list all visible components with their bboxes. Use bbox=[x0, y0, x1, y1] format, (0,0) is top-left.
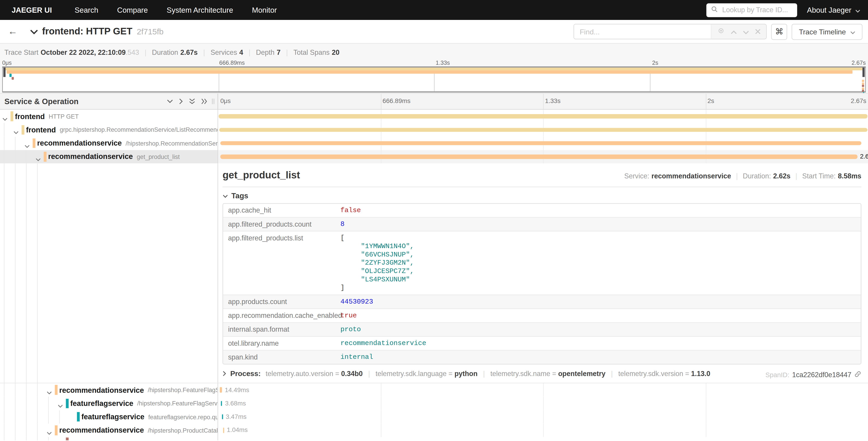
span-timeline-cell[interactable] bbox=[218, 437, 868, 440]
summary-separator: | bbox=[286, 49, 288, 56]
about-jaeger-menu[interactable]: About Jaeger bbox=[807, 6, 860, 14]
tag-value-text: 44530923 bbox=[341, 298, 373, 305]
tag-row-app-recommendation-cache-enabled[interactable]: app.recommendation.cache_enabledtrue bbox=[223, 309, 861, 323]
span-toggle-chevron-icon[interactable] bbox=[2, 114, 8, 123]
trace-view-selector[interactable]: Trace Timeline bbox=[792, 24, 863, 40]
tags-section-toggle[interactable]: Tags bbox=[222, 192, 861, 200]
span-duration-bar[interactable] bbox=[219, 128, 868, 132]
span-tree-cell[interactable] bbox=[0, 437, 218, 440]
trace-lookup-box[interactable] bbox=[706, 3, 797, 17]
span-duration-bar[interactable] bbox=[222, 414, 223, 419]
span-tree-cell[interactable]: recommendationserviceget_product_list bbox=[0, 150, 218, 163]
find-input[interactable] bbox=[574, 25, 711, 39]
brand-jaeger-ui[interactable]: JAEGER UI bbox=[11, 6, 52, 14]
span-timeline-cell[interactable] bbox=[218, 110, 868, 123]
nav-link-system-architecture[interactable]: System Architecture bbox=[157, 0, 243, 20]
span-timeline-cell[interactable]: 3.47ms bbox=[218, 410, 868, 423]
span-rows-bottom: recommendationservice/hipstershop.Featur… bbox=[0, 383, 868, 440]
service-color-bar bbox=[22, 125, 24, 135]
tag-row-internal-span-format[interactable]: internal.span.formatproto bbox=[223, 323, 861, 336]
find-next-icon[interactable] bbox=[743, 27, 749, 36]
minimap-left-handle[interactable] bbox=[3, 67, 6, 77]
summary-depth: Depth7 bbox=[256, 49, 280, 56]
span-row-recommendationservice-3[interactable]: recommendationserviceget_product_list2.6… bbox=[0, 150, 868, 163]
span-row-recommendationservice-2[interactable]: recommendationservice/hipstershop.Recomm… bbox=[0, 137, 868, 150]
span-toggle-chevron-icon[interactable] bbox=[25, 140, 30, 150]
tag-key: app.products.count bbox=[223, 295, 336, 308]
span-tree-cell[interactable]: frontendgrpc.hipstershop.RecommendationS… bbox=[0, 123, 218, 137]
tag-row-span-kind[interactable]: span.kindinternal bbox=[223, 351, 861, 364]
minimap-right-handle[interactable] bbox=[863, 67, 865, 77]
column-resize-grip[interactable] bbox=[212, 98, 214, 104]
span-row-frontend-0[interactable]: frontendHTTP GET bbox=[0, 110, 868, 123]
back-arrow-button[interactable]: ← bbox=[5, 26, 20, 37]
span-timeline-cell[interactable]: 3.68ms bbox=[218, 396, 868, 410]
span-duration-bar[interactable] bbox=[221, 401, 222, 406]
span-tree-cell[interactable]: featureflagservice/hipstershop.FeatureFl… bbox=[0, 396, 218, 410]
locate-icon[interactable] bbox=[717, 27, 724, 36]
span-row-partial[interactable] bbox=[0, 437, 868, 440]
span-tree-cell[interactable]: featureflagservicefeatureflagservice.rep… bbox=[0, 410, 218, 423]
nav-link-monitor[interactable]: Monitor bbox=[243, 0, 286, 20]
span-row-featureflagservice-5[interactable]: featureflagservice/hipstershop.FeatureFl… bbox=[0, 396, 868, 410]
span-duration-bar[interactable] bbox=[219, 114, 867, 118]
span-timeline-cell[interactable] bbox=[218, 123, 868, 137]
collapse-trace-chevron-icon[interactable] bbox=[30, 29, 38, 34]
span-tree-cell[interactable]: recommendationservice/hipstershop.Featur… bbox=[0, 383, 218, 396]
expand-one-icon[interactable] bbox=[179, 98, 183, 105]
expand-all-icon[interactable] bbox=[201, 98, 208, 105]
tag-row-app-products-count[interactable]: app.products.count44530923 bbox=[223, 295, 861, 309]
tag-row-app-cache-hit[interactable]: app.cache_hitfalse bbox=[223, 204, 861, 217]
collapse-all-icon[interactable] bbox=[189, 98, 195, 105]
span-timeline-cell[interactable] bbox=[218, 137, 868, 150]
span-duration-bar[interactable] bbox=[220, 387, 222, 392]
indent-guide bbox=[26, 410, 27, 423]
span-duration-label: 1.04ms bbox=[227, 427, 248, 433]
span-tree-cell[interactable]: recommendationservice/hipstershop.Produc… bbox=[0, 423, 218, 437]
timeline-gridline bbox=[381, 383, 381, 396]
span-detail-titlebar: get_product_list Service:recommendations… bbox=[222, 170, 861, 181]
span-timeline-cell[interactable]: 1.04ms bbox=[218, 423, 868, 437]
keyboard-shortcuts-button[interactable]: ⌘ bbox=[771, 24, 787, 40]
span-row-recommendationservice-7[interactable]: recommendationservice/hipstershop.Produc… bbox=[0, 423, 868, 437]
tag-row-app-filtered-products-list[interactable]: app.filtered_products.list[ "1YMWWN1N4O"… bbox=[223, 232, 861, 295]
span-duration-bar[interactable] bbox=[223, 428, 224, 433]
lookup-trace-id-input[interactable] bbox=[721, 5, 793, 14]
span-row-featureflagservice-6[interactable]: featureflagservicefeatureflagservice.rep… bbox=[0, 410, 868, 423]
chevron-down-icon bbox=[855, 6, 860, 14]
process-value: 0.34b0 bbox=[341, 370, 363, 378]
find-prev-icon[interactable] bbox=[731, 27, 737, 36]
span-timeline-cell[interactable]: 2.62s bbox=[218, 150, 868, 163]
tag-key: otel.library.name bbox=[223, 336, 336, 350]
summary-label: Services bbox=[211, 49, 237, 56]
collapse-one-icon[interactable] bbox=[166, 99, 173, 104]
indent-guide bbox=[37, 437, 37, 440]
list-bracket: [ bbox=[341, 234, 345, 242]
nav-link-search[interactable]: Search bbox=[65, 0, 108, 20]
span-toggle-chevron-icon[interactable] bbox=[46, 387, 52, 396]
span-tree-cell[interactable]: recommendationservice/hipstershop.Recomm… bbox=[0, 137, 218, 150]
span-tree-cell[interactable]: frontendHTTP GET bbox=[0, 110, 218, 123]
tag-row-otel-library-name[interactable]: otel.library.namerecommendationservice bbox=[223, 336, 861, 350]
span-toggle-chevron-icon[interactable] bbox=[46, 428, 52, 437]
process-key: telemetry.sdk.name = bbox=[490, 370, 558, 378]
span-detail-indent-fill bbox=[46, 164, 217, 383]
span-toggle-chevron-icon[interactable] bbox=[35, 154, 41, 164]
process-value: python bbox=[454, 370, 477, 378]
span-duration-bar[interactable] bbox=[220, 141, 862, 145]
link-icon[interactable] bbox=[854, 371, 862, 379]
find-clear-icon[interactable] bbox=[755, 27, 760, 36]
span-row-frontend-1[interactable]: frontendgrpc.hipstershop.RecommendationS… bbox=[0, 123, 868, 137]
trace-header-bar: ← frontend: HTTP GET 2f715fb bbox=[0, 20, 868, 44]
tag-row-app-filtered-products-count[interactable]: app.filtered_products.count8 bbox=[223, 217, 861, 231]
span-row-recommendationservice-4[interactable]: recommendationservice/hipstershop.Featur… bbox=[0, 383, 868, 396]
span-toggle-chevron-icon[interactable] bbox=[13, 127, 19, 137]
span-duration-bar[interactable] bbox=[220, 155, 858, 159]
nav-link-compare[interactable]: Compare bbox=[108, 0, 157, 20]
span-toggle-chevron-icon[interactable] bbox=[58, 401, 63, 410]
span-id-value: 1ca2262df0e18447 bbox=[792, 371, 851, 379]
timeline-tick-label: 0μs bbox=[220, 97, 231, 104]
summary-value: 20 bbox=[332, 49, 339, 56]
minimap-canvas[interactable] bbox=[2, 66, 866, 92]
span-timeline-cell[interactable]: 14.49ms bbox=[218, 383, 868, 396]
